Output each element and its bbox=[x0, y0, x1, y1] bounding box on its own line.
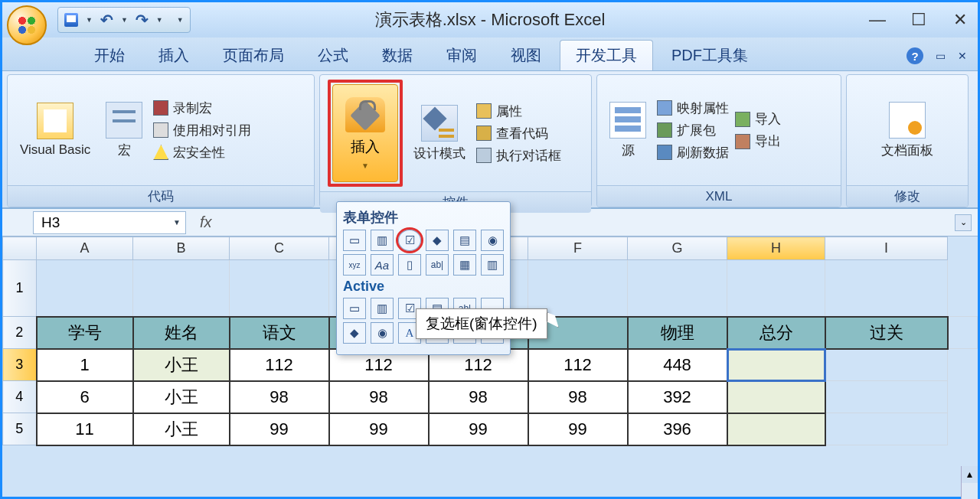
tab-review[interactable]: 审阅 bbox=[431, 41, 492, 70]
help-icon[interactable]: ? bbox=[906, 47, 923, 64]
ax-spin[interactable]: ◆ bbox=[343, 322, 366, 344]
design-mode-button[interactable]: 设计模式 bbox=[409, 102, 470, 165]
properties-button[interactable]: 属性 bbox=[476, 103, 561, 120]
button-control[interactable]: ▭ bbox=[343, 230, 366, 251]
combo-control[interactable]: ▦ bbox=[453, 254, 476, 276]
data-cell[interactable] bbox=[727, 413, 825, 445]
tab-view[interactable]: 视图 bbox=[495, 41, 557, 70]
use-relative-refs-button[interactable]: 使用相对引用 bbox=[153, 122, 251, 139]
col-header-I[interactable]: I bbox=[825, 237, 948, 260]
qat-customize[interactable]: ▼ bbox=[177, 16, 184, 24]
insert-controls-button[interactable]: 插入 ▼ bbox=[332, 84, 398, 182]
col-header-B[interactable]: B bbox=[133, 237, 230, 260]
col-header-G[interactable]: G bbox=[628, 237, 727, 260]
xml-expansion-button[interactable]: 扩展包 bbox=[657, 122, 729, 139]
visual-basic-button[interactable]: Visual Basic bbox=[15, 99, 95, 161]
data-cell[interactable]: 98 bbox=[429, 381, 528, 413]
textfield-control[interactable]: ab| bbox=[426, 254, 449, 276]
cell[interactable] bbox=[825, 260, 948, 317]
data-cell[interactable]: 98 bbox=[329, 381, 429, 413]
scroll-up[interactable]: ▲ bbox=[962, 466, 978, 483]
row-header-2[interactable]: 2 bbox=[3, 317, 37, 349]
ax-button[interactable]: ▭ bbox=[343, 298, 366, 319]
formula-bar-expand[interactable]: ⌄ bbox=[955, 214, 972, 231]
dropdown-control[interactable]: ▥ bbox=[481, 254, 504, 276]
data-cell[interactable]: 99 bbox=[528, 413, 628, 445]
data-cell[interactable]: 1 bbox=[37, 349, 133, 381]
table-header[interactable]: 过关 bbox=[825, 317, 948, 349]
groupbox-control[interactable]: xyz bbox=[343, 254, 366, 276]
listbox-control[interactable]: ▤ bbox=[453, 230, 476, 251]
ax-option[interactable]: ◉ bbox=[371, 322, 394, 344]
data-cell[interactable]: 448 bbox=[628, 349, 727, 381]
data-cell[interactable]: 6 bbox=[37, 381, 133, 413]
vertical-scrollbar[interactable]: ▲ bbox=[961, 466, 978, 499]
xml-map-button[interactable]: 映射属性 bbox=[657, 99, 729, 117]
view-code-button[interactable]: 查看代码 bbox=[476, 125, 561, 142]
doc-panel-button[interactable]: 文档面板 bbox=[877, 99, 938, 162]
data-cell[interactable]: 11 bbox=[37, 413, 133, 445]
tab-data[interactable]: 数据 bbox=[367, 41, 428, 70]
tab-insert[interactable]: 插入 bbox=[143, 41, 204, 70]
row-header-1[interactable]: 1 bbox=[3, 260, 37, 317]
checkbox-control[interactable]: ☑ bbox=[398, 230, 421, 251]
cell[interactable] bbox=[230, 260, 329, 317]
data-cell[interactable]: 99 bbox=[429, 413, 528, 445]
minimize-button[interactable]: — bbox=[867, 10, 887, 30]
cell[interactable] bbox=[628, 260, 727, 317]
record-macro-button[interactable]: 录制宏 bbox=[153, 99, 251, 117]
combobox-control[interactable]: ▥ bbox=[371, 230, 394, 251]
table-header[interactable]: 物理 bbox=[628, 317, 727, 349]
data-cell[interactable]: 392 bbox=[628, 381, 727, 413]
spinner-control[interactable]: ◆ bbox=[426, 230, 449, 251]
xml-source-button[interactable]: 源 bbox=[605, 99, 651, 162]
maximize-button[interactable]: ☐ bbox=[909, 10, 929, 30]
qat-save-dd[interactable]: ▼ bbox=[86, 16, 93, 24]
tab-developer[interactable]: 开发工具 bbox=[560, 40, 653, 70]
cell[interactable] bbox=[37, 260, 133, 317]
option-control[interactable]: ◉ bbox=[481, 230, 504, 251]
name-box-dropdown[interactable]: ▼ bbox=[173, 218, 181, 227]
xml-export-button[interactable]: 导出 bbox=[735, 132, 781, 150]
data-cell[interactable] bbox=[727, 349, 825, 381]
data-cell[interactable]: 99 bbox=[230, 413, 329, 445]
xml-import-button[interactable]: 导入 bbox=[735, 110, 781, 128]
undo-icon[interactable]: ↶ bbox=[100, 14, 113, 26]
cell[interactable] bbox=[727, 260, 825, 317]
row-header-4[interactable]: 4 bbox=[3, 381, 37, 413]
tab-home[interactable]: 开始 bbox=[79, 41, 140, 70]
macros-button[interactable]: 宏 bbox=[101, 99, 147, 162]
cell[interactable] bbox=[133, 260, 230, 317]
row-header-5[interactable]: 5 bbox=[3, 413, 37, 445]
data-cell[interactable] bbox=[727, 381, 825, 413]
table-header[interactable]: 语文 bbox=[230, 317, 329, 349]
col-header-F[interactable]: F bbox=[528, 237, 628, 260]
data-cell[interactable]: 小王 bbox=[133, 413, 230, 445]
ax-combobox[interactable]: ▥ bbox=[371, 298, 394, 319]
ribbon-minimize[interactable]: ▭ bbox=[936, 50, 946, 62]
tab-formulas[interactable]: 公式 bbox=[302, 41, 364, 70]
table-header[interactable]: 学号 bbox=[37, 317, 133, 349]
ribbon-close[interactable]: ✕ bbox=[958, 50, 967, 62]
run-dialog-button[interactable]: 执行对话框 bbox=[476, 147, 561, 165]
name-box[interactable]: H3 ▼ bbox=[33, 211, 186, 234]
select-all-corner[interactable] bbox=[3, 237, 37, 260]
macro-security-button[interactable]: 宏安全性 bbox=[153, 144, 251, 161]
fx-label[interactable]: fx bbox=[200, 214, 212, 231]
xml-refresh-button[interactable]: 刷新数据 bbox=[657, 144, 729, 161]
data-cell[interactable]: 112 bbox=[528, 349, 628, 381]
col-header-H[interactable]: H bbox=[727, 237, 825, 260]
table-header[interactable]: 总分 bbox=[727, 317, 825, 349]
label-control[interactable]: Aa bbox=[371, 254, 394, 276]
close-button[interactable]: ✕ bbox=[950, 10, 970, 30]
row-header-3[interactable]: 3 bbox=[3, 349, 37, 381]
table-header[interactable]: 姓名 bbox=[133, 317, 230, 349]
redo-icon[interactable]: ↷ bbox=[136, 14, 149, 26]
tab-page-layout[interactable]: 页面布局 bbox=[207, 41, 299, 70]
qat-undo-dd[interactable]: ▼ bbox=[121, 16, 128, 24]
qat-redo-dd[interactable]: ▼ bbox=[156, 16, 163, 24]
data-cell[interactable]: 小王 bbox=[133, 381, 230, 413]
office-button[interactable] bbox=[7, 5, 47, 45]
tab-pdf-tools[interactable]: PDF工具集 bbox=[656, 41, 763, 70]
data-cell[interactable]: 99 bbox=[329, 413, 429, 445]
